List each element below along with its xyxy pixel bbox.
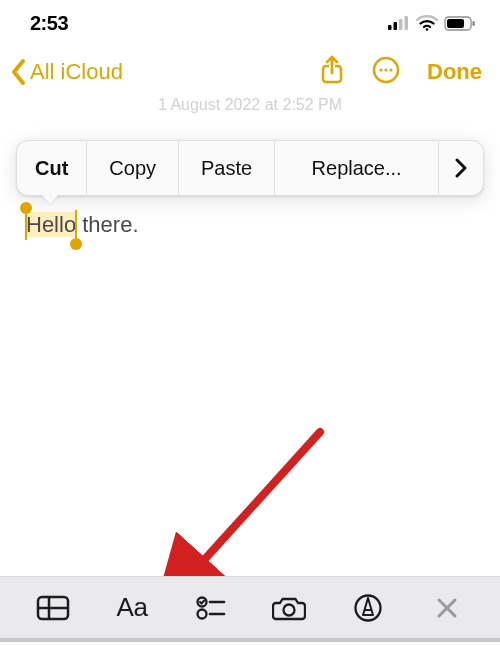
checklist-button[interactable] [183,588,239,628]
menu-tail-pointer [41,194,59,204]
selection-handle-start[interactable] [20,202,32,214]
menu-cut[interactable]: Cut [17,141,87,195]
done-button[interactable]: Done [427,59,482,85]
format-button[interactable]: Aa [104,588,160,628]
svg-rect-6 [447,19,464,28]
back-button[interactable]: All iCloud [6,57,123,87]
svg-point-25 [284,604,295,615]
svg-point-15 [389,68,392,71]
close-icon [436,597,458,619]
share-icon [319,54,345,86]
keyboard-toolbar: Aa [0,576,500,638]
svg-rect-7 [473,21,475,26]
note-body[interactable]: Hello there. [26,212,474,238]
svg-point-23 [197,609,206,618]
svg-point-14 [384,68,387,71]
menu-copy[interactable]: Copy [87,141,179,195]
back-label: All iCloud [30,59,123,85]
selected-text: Hello [26,212,76,237]
aa-icon: Aa [117,592,148,623]
svg-point-13 [379,68,382,71]
navigation-bar: All iCloud Done [0,40,500,100]
share-button[interactable] [319,54,345,90]
ellipsis-circle-icon [371,55,401,85]
menu-paste[interactable]: Paste [179,141,275,195]
camera-button[interactable] [261,588,317,628]
wifi-icon [416,15,438,31]
svg-line-17 [195,432,320,570]
checklist-icon [196,596,226,620]
svg-rect-3 [405,16,409,30]
selection-handle-end[interactable] [70,238,82,250]
more-button[interactable] [371,55,401,89]
svg-rect-0 [388,25,392,30]
svg-rect-2 [399,19,403,30]
close-toolbar-button[interactable] [419,588,475,628]
menu-replace[interactable]: Replace... [275,141,439,195]
camera-icon [272,595,306,621]
pencil-circle-icon [353,593,383,623]
status-bar: 2:53 [0,0,500,40]
text-context-menu: Cut Copy Paste Replace... [16,140,484,196]
markup-button[interactable] [340,588,396,628]
svg-rect-1 [394,22,398,30]
table-button[interactable] [25,588,81,628]
status-indicators [388,15,476,31]
chevron-left-icon [6,57,32,87]
table-icon [36,595,70,621]
note-text-rest: there. [76,212,138,237]
svg-point-4 [426,28,429,31]
battery-icon [444,16,476,31]
menu-more-button[interactable] [439,141,483,195]
cellular-icon [388,16,410,30]
chevron-right-icon [455,158,467,178]
status-time: 2:53 [30,12,68,35]
text-selection[interactable]: Hello [26,212,76,238]
